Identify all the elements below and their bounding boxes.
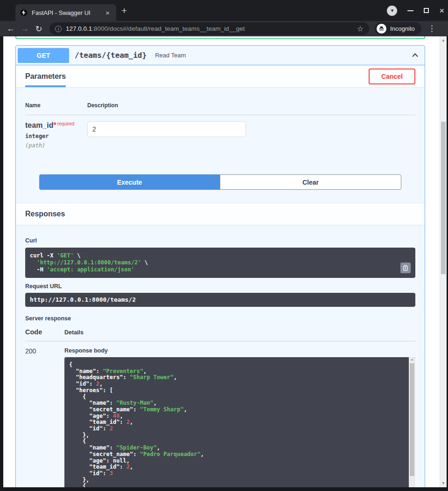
tab-title: FastAPI - Swagger UI (32, 9, 104, 16)
column-header-details: Details (64, 329, 84, 336)
endpoint-summary: Read Team (155, 52, 411, 59)
column-header-description: Description (87, 102, 118, 109)
parameter-location: (path) (25, 142, 87, 149)
fastapi-favicon-icon (20, 9, 28, 16)
incognito-label: Incognito (390, 25, 415, 32)
cancel-button[interactable]: Cancel (369, 69, 415, 84)
responses-section: Curl curl -X 'GET' \ 'http://127.0.0.1:8… (16, 225, 425, 487)
server-response-label: Server response (25, 315, 415, 322)
url-path: :8000/docs#/default/read_team_teams__tea… (92, 25, 245, 32)
response-scrollbar-thumb[interactable] (410, 363, 414, 476)
http-method-badge: GET (18, 48, 69, 63)
copy-to-clipboard-button[interactable] (400, 263, 411, 273)
status-code: 200 (25, 347, 64, 487)
opblock-get-read-team: GET /teams/{team_id} Read Team Parameter… (15, 45, 425, 487)
server-response-row: 200 Response body { "name": "Preventers"… (25, 341, 415, 487)
parameters-section: Name Description team_id*required intege… (16, 87, 425, 190)
site-info-icon[interactable]: i (55, 26, 62, 32)
response-body-label: Response body (64, 347, 415, 354)
back-button-icon[interactable]: ← (4, 24, 18, 34)
request-url-label: Request URL (25, 283, 415, 290)
request-url-value: http://127.0.0.1:8000/teams/2 (25, 293, 415, 307)
bookmark-star-icon[interactable]: ☆ (357, 24, 364, 33)
page-scrollbar[interactable]: ▲ ▼ (440, 36, 447, 487)
incognito-badge: Incognito (375, 22, 421, 35)
execute-button[interactable]: Execute (39, 174, 220, 190)
parameter-type: integer (25, 133, 87, 139)
required-label: required (57, 121, 75, 126)
window-maximize-button[interactable] (424, 8, 429, 13)
window-minimize-button[interactable] (407, 10, 413, 11)
clear-button[interactable]: Clear (220, 174, 401, 190)
page-scrollbar-thumb[interactable] (441, 122, 446, 274)
response-body-scrollbar[interactable]: ▲ (409, 357, 415, 487)
browser-toolbar: ← → ↻ i 127.0.0.1:8000/docs#/default/rea… (0, 21, 448, 36)
responses-header-row: Responses (16, 203, 425, 225)
collapse-chevron-icon[interactable] (411, 51, 419, 59)
clipboard-icon (403, 265, 409, 271)
curl-command-text: curl -X 'GET' \ 'http://127.0.0.1:8000/t… (30, 252, 411, 273)
parameter-name: team_id (25, 121, 53, 129)
opblock-summary[interactable]: GET /teams/{team_id} Read Team (16, 46, 425, 65)
response-body-json: { "name": "Preventers", "headquarters": … (69, 362, 404, 487)
responses-title: Responses (25, 210, 65, 218)
window-close-button[interactable]: × (439, 7, 444, 15)
column-header-code: Code (25, 328, 64, 336)
endpoint-path: /teams/{team_id} (75, 51, 147, 60)
parameters-header-row: Parameters Cancel (16, 65, 425, 87)
swagger-page: GET /teams/{team_id} Read Team Parameter… (3, 36, 447, 487)
required-asterisk: * (53, 121, 56, 129)
incognito-icon (377, 24, 386, 34)
tab-search-button[interactable]: ▾ (387, 6, 397, 16)
browser-titlebar: FastAPI - Swagger UI × + ▾ × (0, 0, 448, 21)
scroll-up-arrow-icon[interactable]: ▲ (409, 358, 415, 361)
new-tab-button[interactable]: + (121, 6, 127, 15)
reload-button-icon[interactable]: ↻ (32, 24, 46, 34)
tab-parameters[interactable]: Parameters (25, 65, 66, 87)
parameter-row: team_id*required integer (path) (25, 115, 415, 149)
curl-command-block: curl -X 'GET' \ 'http://127.0.0.1:8000/t… (25, 248, 415, 278)
browser-menu-icon[interactable]: ⋮ (428, 24, 436, 34)
url-host: 127.0.0.1 (66, 25, 92, 32)
response-body-block: { "name": "Preventers", "headquarters": … (64, 357, 415, 487)
column-header-name: Name (25, 102, 87, 109)
forward-button-icon[interactable]: → (18, 24, 32, 34)
url-text: 127.0.0.1:8000/docs#/default/read_team_t… (66, 25, 357, 32)
curl-label: Curl (25, 237, 415, 244)
page-scroll-down-icon[interactable]: ▼ (440, 481, 447, 485)
url-bar[interactable]: i 127.0.0.1:8000/docs#/default/read_team… (49, 22, 369, 35)
tab-close-icon[interactable]: × (104, 9, 112, 16)
previous-opblock-partial (15, 36, 425, 39)
team-id-input[interactable] (87, 121, 246, 137)
page-scroll-up-icon[interactable]: ▲ (440, 38, 447, 42)
browser-tab[interactable]: FastAPI - Swagger UI × (15, 4, 116, 21)
